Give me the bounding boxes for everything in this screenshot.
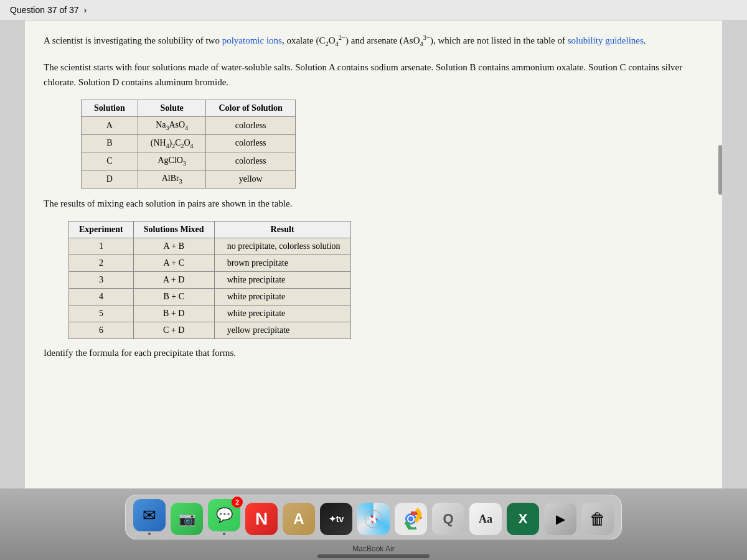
sol-header-color: Color of Solution: [206, 100, 295, 116]
dock-dot: [148, 533, 151, 535]
appletv-icon: ✦tv: [320, 503, 352, 535]
exp-4-num: 4: [69, 288, 134, 305]
exp-1-num: 1: [69, 238, 134, 254]
exp-4-mixed: B + C: [133, 288, 214, 305]
dock-item-messages[interactable]: 💬 2: [208, 499, 240, 535]
table-row: 2 A + C brown precipitate: [69, 254, 351, 271]
exp-2-num: 2: [69, 254, 134, 271]
dock-item-chrome[interactable]: [395, 503, 427, 535]
search-icon: Q: [432, 503, 464, 535]
dock-item-font[interactable]: Aa: [469, 503, 502, 535]
facetime-icon: 📷: [171, 503, 203, 535]
main-content: A scientist is investigating the solubil…: [25, 21, 722, 506]
mac-dock-area: ✉ 📷 💬 2 N A ✦tv: [0, 488, 747, 560]
table-row: C AgClO3 colorless: [82, 152, 296, 170]
table-row: 3 A + D white precipitate: [69, 271, 351, 288]
sol-a-color: colorless: [206, 116, 295, 134]
sol-c-color: colorless: [206, 152, 295, 170]
exp-6-result: yellow precipitate: [214, 322, 350, 338]
exp-5-result: white precipitate: [214, 305, 350, 322]
table-row: 5 B + D white precipitate: [69, 305, 351, 322]
dock-item-appletv[interactable]: ✦tv: [320, 503, 352, 535]
svg-point-7: [408, 516, 413, 521]
sol-c-label: C: [82, 152, 138, 170]
exp-header-experiment: Experiment: [69, 221, 134, 238]
sol-b-solute: (NH4)2C2O4: [138, 134, 206, 152]
dock-item-notes[interactable]: A: [283, 503, 315, 535]
chrome-icon: [395, 503, 427, 535]
dock-item-mail[interactable]: ✉: [133, 499, 166, 535]
dock-dot: [223, 533, 225, 535]
exp-4-result: white precipitate: [214, 288, 350, 305]
notes-icon: A: [283, 503, 315, 535]
table-row: B (NH4)2C2O4 colorless: [82, 134, 296, 152]
sol-b-color: colorless: [206, 134, 295, 152]
macbook-bar: [317, 554, 430, 558]
dock-item-news[interactable]: N: [245, 503, 278, 535]
macbook-label: MacBook Air: [352, 544, 394, 553]
sol-header-solution: Solution: [82, 100, 138, 116]
sol-a-solute: Na3AsO4: [138, 116, 206, 134]
sol-b-label: B: [82, 134, 138, 152]
header-bar: Question 37 of 37 ›: [0, 0, 747, 21]
question-paragraph-2: The scientist starts with four solutions…: [44, 60, 703, 90]
forward-icon: ▶: [544, 503, 576, 535]
table-row: D AlBr3 yellow: [82, 170, 296, 189]
exp-header-result: Result: [214, 221, 350, 238]
question-label: Question 37 of 37: [10, 5, 79, 15]
table-row: 1 A + B no precipitate, colorless soluti…: [69, 238, 351, 254]
solution-table: Solution Solute Color of Solution A Na3A…: [81, 100, 296, 189]
exp-3-result: white precipitate: [214, 271, 350, 288]
dock-item-excel[interactable]: X: [507, 503, 539, 535]
results-intro: The results of mixing each solution in p…: [44, 196, 703, 211]
exp-1-mixed: A + B: [133, 238, 214, 254]
news-icon: N: [245, 503, 278, 535]
table-row: A Na3AsO4 colorless: [82, 116, 296, 134]
exp-header-solutions: Solutions Mixed: [133, 221, 214, 238]
sol-header-solute: Solute: [138, 100, 206, 116]
identify-text: Identify the formula for each precipitat…: [44, 348, 703, 358]
exp-6-mixed: C + D: [133, 322, 214, 338]
sol-a-label: A: [82, 116, 138, 134]
font-icon: Aa: [469, 503, 502, 535]
mail-icon: ✉: [133, 499, 166, 531]
scroll-indicator[interactable]: [718, 145, 722, 195]
excel-icon: X: [507, 503, 539, 535]
exp-2-mixed: A + C: [133, 254, 214, 271]
exp-5-num: 5: [69, 305, 134, 322]
exp-1-result: no precipitate, colorless solution: [214, 238, 350, 254]
exp-5-mixed: B + D: [133, 305, 214, 322]
table-row: 6 C + D yellow precipitate: [69, 322, 351, 338]
polyatomic-ions-link[interactable]: polyatomic ions: [222, 35, 282, 45]
safari-icon: [357, 503, 390, 535]
experiment-table: Experiment Solutions Mixed Result 1 A + …: [68, 221, 351, 339]
dock-item-trash[interactable]: 🗑: [581, 503, 614, 535]
exp-6-num: 6: [69, 322, 134, 338]
table-row: 4 B + C white precipitate: [69, 288, 351, 305]
chevron-icon[interactable]: ›: [84, 5, 87, 15]
exp-3-num: 3: [69, 271, 134, 288]
trash-icon: 🗑: [581, 503, 614, 535]
dock-item-forward[interactable]: ▶: [544, 503, 576, 535]
sol-c-solute: AgClO3: [138, 152, 206, 170]
solubility-guidelines-link[interactable]: solubility guidelines: [568, 35, 644, 45]
dock-item-facetime[interactable]: 📷: [171, 503, 203, 535]
question-paragraph-1: A scientist is investigating the solubil…: [44, 33, 703, 50]
exp-3-mixed: A + D: [133, 271, 214, 288]
dock-bar: ✉ 📷 💬 2 N A ✦tv: [125, 495, 622, 539]
dock-item-search[interactable]: Q: [432, 503, 464, 535]
sol-d-solute: AlBr3: [138, 170, 206, 189]
sol-d-color: yellow: [206, 170, 295, 189]
dock-item-safari[interactable]: [357, 503, 390, 535]
exp-2-result: brown precipitate: [214, 254, 350, 271]
sol-d-label: D: [82, 170, 138, 189]
messages-badge: 2: [232, 497, 243, 508]
